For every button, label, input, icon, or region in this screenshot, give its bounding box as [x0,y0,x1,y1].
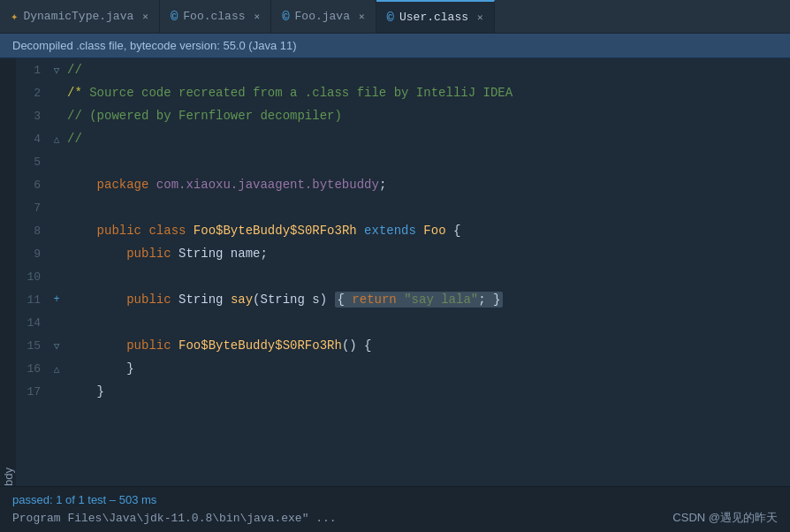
status-line1: passed: 1 of 1 test – 503 ms [0,490,790,508]
code-line-6: 6 package com.xiaoxu.javaagent.bytebuddy… [16,173,790,196]
code-line-11: 11 + public String say(String s) { retur… [16,288,790,311]
code-line-2: 2 /* Source code recreated from a .class… [16,81,790,104]
code-line-10: 10 [16,265,790,288]
code-line-5: 5 [16,150,790,173]
line-num-5: 5 [16,156,49,169]
tab-dynamic-close[interactable]: ✕ [142,11,148,22]
line-content-11: public String say(String s) { return "sa… [64,288,503,311]
line-content-15: public Foo$ByteBuddy$S0RFo3Rh() { [64,334,372,357]
line-content-1: // [64,58,82,81]
tab-dynamic-label: DynamicType.java [23,10,133,23]
line-num-11: 11 [16,293,49,307]
fold-15[interactable]: ▽ [49,340,64,352]
tab-foo-class-label: Foo.class [183,10,245,23]
line-num-2: 2 [16,87,49,100]
line-content-16: } [64,357,134,380]
line-num-6: 6 [16,179,49,192]
fold-11[interactable]: + [49,293,64,306]
status-line2: Program Files\Java\jdk-11.0.8\bin\java.e… [0,508,790,529]
editor-container: bdy 1 ▽ // 2 /* Source code recreated fr… [0,58,790,486]
code-line-3: 3 // (powered by Fernflower decompiler) [16,104,790,127]
tab-foo-java[interactable]: © Foo.java ✕ [271,0,376,33]
line-content-2: /* Source code recreated from a .class f… [64,81,513,104]
code-line-14: 14 [16,311,790,334]
code-line-1: 1 ▽ // [16,58,790,81]
line-num-3: 3 [16,110,49,123]
fold-1[interactable]: ▽ [49,65,64,76]
line-num-17: 17 [16,385,49,399]
tab-bar: ✦ DynamicType.java ✕ © Foo.class ✕ © Foo… [0,0,790,34]
line-num-1: 1 [16,64,49,77]
line-num-9: 9 [16,247,49,261]
code-line-15: 15 ▽ public Foo$ByteBuddy$S0RFo3Rh() { [16,334,790,357]
code-line-4: 4 △ // [16,127,790,150]
code-line-8: 8 public class Foo$ByteBuddy$S0RFo3Rh ex… [16,219,790,242]
line-num-16: 16 [16,362,49,376]
line-num-15: 15 [16,339,49,353]
status-passed: passed: 1 of 1 test – 503 ms [12,493,156,506]
foo-class-icon: © [171,10,178,24]
line-num-10: 10 [16,270,49,284]
fold-4[interactable]: △ [49,133,64,145]
info-banner-text: Decompiled .class file, bytecode version… [12,39,297,52]
info-banner: Decompiled .class file, bytecode version… [0,34,790,58]
line-content-6: package com.xiaoxu.javaagent.bytebuddy; [64,173,386,196]
tab-foo-class[interactable]: © Foo.class ✕ [160,0,271,33]
tab-dynamic-type[interactable]: ✦ DynamicType.java ✕ [0,0,160,33]
tab-foo-java-label: Foo.java [295,10,350,23]
line-num-7: 7 [16,201,49,215]
line-content-3: // (powered by Fernflower decompiler) [64,104,342,127]
code-line-16: 16 △ } [16,357,790,380]
left-edge: bdy [0,58,16,486]
line-content-8: public class Foo$ByteBuddy$S0RFo3Rh exte… [64,219,460,242]
tab-user-class-close[interactable]: ✕ [477,11,483,23]
line-content-4: // [64,127,82,150]
foo-java-icon: © [282,10,289,24]
csdn-label: CSDN @遇见的昨天 [672,510,778,526]
code-line-17: 17 } [16,380,790,403]
code-area: 1 ▽ // 2 /* Source code recreated from a… [16,58,790,486]
status-program: Program Files\Java\jdk-11.0.8\bin\java.e… [12,512,337,525]
line-num-4: 4 [16,133,49,146]
tab-foo-java-close[interactable]: ✕ [359,11,365,22]
dynamic-type-icon: ✦ [11,9,18,24]
line-content-9: public String name; [64,242,268,265]
code-line-7: 7 [16,196,790,219]
tab-user-class[interactable]: © User.class ✕ [376,0,495,33]
line-num-14: 14 [16,316,49,330]
code-line-9: 9 public String name; [16,242,790,265]
line-num-8: 8 [16,224,49,238]
buddy-label: bdy [2,459,15,486]
line-content-17: } [64,380,104,403]
tab-user-class-label: User.class [399,11,468,24]
user-class-icon: © [387,11,394,25]
tab-foo-class-close[interactable]: ✕ [254,11,261,22]
fold-16[interactable]: △ [49,363,64,375]
status-bar: passed: 1 of 1 test – 503 ms Program Fil… [0,486,790,532]
